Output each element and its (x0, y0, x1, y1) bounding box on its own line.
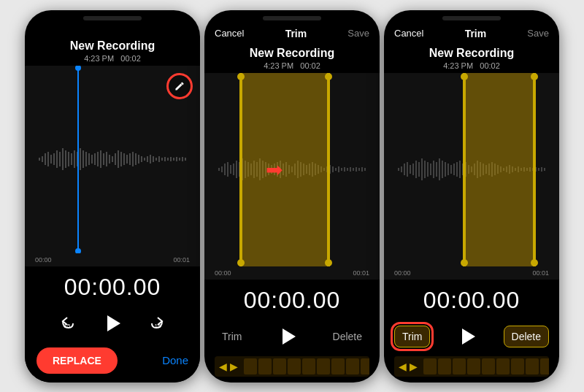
trim-handle-right-p3[interactable] (533, 73, 536, 266)
skip-forward-icon: 15 (147, 313, 168, 334)
film-arrows-p2: ◀ ▶ (215, 361, 242, 372)
cancel-btn-p3[interactable]: Cancel (394, 28, 423, 39)
film-cell (331, 358, 345, 374)
done-button[interactable]: Done (162, 354, 188, 366)
recording-meta-p3: 4:23 PM 00:02 (384, 61, 559, 70)
header-title-p2: Trim (285, 28, 307, 39)
panel-trim: Cancel Trim Save New Recording 4:23 PM 0… (204, 10, 380, 383)
film-cell (453, 358, 466, 374)
svg-marker-105 (283, 328, 296, 345)
skip-forward-btn-p1[interactable]: 15 (147, 312, 169, 334)
cancel-btn-p2[interactable]: Cancel (215, 28, 244, 39)
waveform-inner-p3 (384, 73, 559, 266)
filmstrip-cells-p3 (422, 357, 549, 376)
trim-overlay-p2 (239, 73, 327, 266)
timeline-bar-p2: 00:00 00:01 (204, 266, 380, 280)
filmstrip-cells-p2 (242, 357, 369, 376)
timer-display-p2: 00:00.00 (204, 280, 380, 320)
svg-marker-157 (462, 328, 475, 345)
edit-icon-circle[interactable] (166, 73, 193, 99)
play-icon-p2 (277, 326, 299, 347)
skip-back-btn-p1[interactable]: 15 (56, 312, 78, 334)
film-arrow-left: ◀ (219, 361, 227, 372)
action-bar-p2: Trim Delete (204, 320, 380, 356)
film-cell (302, 358, 315, 374)
film-cell (346, 358, 359, 374)
waveform-area-p1 (25, 66, 200, 253)
arrow-right-p2: ➡ (266, 158, 283, 182)
bottom-bar-p1: REPLACE Done (25, 343, 200, 383)
tick-start-p2: 00:00 (215, 269, 231, 277)
film-cell (258, 358, 272, 374)
waveform-svg-p1 (25, 137, 200, 181)
recording-meta-p2: 4:23 PM 00:02 (204, 61, 380, 70)
play-btn-p2[interactable] (274, 323, 301, 350)
timer-text-p2: 00:00.00 (244, 287, 341, 313)
trim-handle-left-p3[interactable] (463, 73, 466, 266)
film-cell (288, 358, 301, 374)
header-title-p3: Trim (465, 28, 487, 39)
replace-button[interactable]: REPLACE (36, 347, 118, 374)
film-cell (273, 358, 286, 374)
film-cell (496, 358, 510, 374)
svg-marker-52 (107, 315, 120, 331)
trim-btn-wrapper: Trim (394, 330, 430, 343)
play-btn-p3[interactable] (453, 323, 481, 350)
header-bar-p3: Cancel Trim Save (384, 20, 559, 42)
tick-start-p3: 00:00 (394, 269, 411, 277)
delete-btn-p3[interactable]: Delete (504, 326, 549, 347)
recording-info: New Recording 4:23 PM 00:02 (25, 35, 200, 66)
trim-handle-left-p2[interactable] (239, 73, 242, 266)
film-cell (244, 358, 257, 374)
play-icon-p1 (100, 311, 125, 336)
recording-meta-p1: 4:23 PM 00:02 (25, 54, 200, 63)
recording-title-p1: New Recording (25, 39, 200, 53)
controls-bar-p1: 15 15 (25, 307, 200, 343)
play-icon-p3 (456, 326, 478, 347)
timer-text-p1: 00:00.00 (64, 274, 161, 300)
trim-btn-p3[interactable]: Trim (394, 326, 430, 347)
film-arrow-right-p3: ▶ (410, 361, 418, 372)
edit-icon (174, 80, 185, 92)
film-cell (482, 358, 495, 374)
filmstrip-p3: ◀ ▶ (394, 356, 549, 377)
waveform-inner-p2: ➡ (204, 73, 380, 266)
filmstrip-p2: ◀ ▶ (215, 356, 369, 377)
play-btn-p1[interactable] (99, 310, 126, 337)
film-arrow-right: ▶ (230, 361, 238, 372)
recording-title-p2: New Recording (204, 47, 380, 60)
trim-overlay-p3 (463, 73, 533, 266)
recording-info-p2: New Recording 4:23 PM 00:02 (204, 42, 380, 73)
timer-display-p1: 00:00.00 (25, 266, 200, 307)
waveform-area-p2: ➡ (204, 73, 380, 266)
timeline-bar-p3: 00:00 00:01 (384, 266, 559, 280)
panel-trim-active: Cancel Trim Save New Recording 4:23 PM 0… (384, 10, 559, 383)
film-cell (423, 358, 437, 374)
film-cell (511, 358, 524, 374)
panel-recording: New Recording 4:23 PM 00:02 (25, 10, 200, 383)
save-btn-p2[interactable]: Save (347, 28, 369, 39)
panel1-spacer (25, 20, 200, 35)
action-bar-p3: Trim Delete (384, 320, 559, 356)
tick-end-p1: 00:01 (173, 256, 190, 264)
save-btn-p3[interactable]: Save (527, 28, 549, 39)
film-cell (317, 358, 330, 374)
timer-display-p3: 00:00.00 (384, 280, 559, 320)
film-arrow-left-p3: ◀ (399, 361, 407, 372)
film-cell (361, 358, 369, 374)
trim-btn-p2[interactable]: Trim (215, 326, 249, 347)
panels-container: New Recording 4:23 PM 00:02 (19, 4, 565, 388)
trim-handle-right-p2[interactable] (327, 73, 330, 266)
tick-start-p1: 00:00 (35, 256, 52, 264)
film-arrows-p3: ◀ ▶ (394, 361, 422, 372)
tick-end-p3: 00:01 (532, 269, 549, 277)
header-bar-p2: Cancel Trim Save (204, 20, 380, 42)
delete-btn-p2[interactable]: Delete (326, 326, 369, 347)
waveform-area-p3 (384, 73, 559, 266)
playhead-p1 (77, 66, 79, 253)
timer-text-p3: 00:00.00 (423, 287, 520, 313)
recording-info-p3: New Recording 4:23 PM 00:02 (384, 42, 559, 73)
film-cell (438, 358, 451, 374)
recording-title-p3: New Recording (384, 47, 559, 60)
film-cell (467, 358, 480, 374)
